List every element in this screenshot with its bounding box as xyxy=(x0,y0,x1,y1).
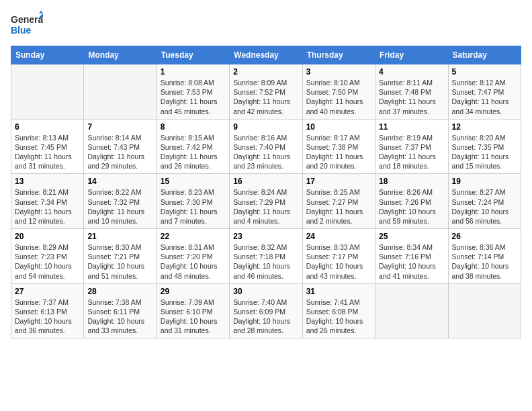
day-number: 7 xyxy=(87,122,152,132)
day-info: Sunrise: 8:15 AM Sunset: 7:42 PM Dayligh… xyxy=(161,133,226,171)
calendar-cell: 1Sunrise: 8:08 AM Sunset: 7:53 PM Daylig… xyxy=(157,64,229,120)
day-number: 5 xyxy=(452,67,517,77)
calendar-cell: 8Sunrise: 8:15 AM Sunset: 7:42 PM Daylig… xyxy=(157,119,229,174)
day-number: 23 xyxy=(233,232,298,241)
calendar-header-thursday: Thursday xyxy=(302,46,375,64)
svg-marker-2 xyxy=(39,11,43,13)
day-number: 1 xyxy=(161,67,226,77)
day-number: 15 xyxy=(161,177,226,186)
calendar-cell: 29Sunrise: 7:39 AM Sunset: 6:10 PM Dayli… xyxy=(157,283,229,338)
day-info: Sunrise: 8:26 AM Sunset: 7:26 PM Dayligh… xyxy=(379,187,444,226)
day-number: 14 xyxy=(87,177,152,186)
day-number: 18 xyxy=(379,177,444,186)
calendar-cell: 4Sunrise: 8:11 AM Sunset: 7:48 PM Daylig… xyxy=(375,64,448,120)
day-number: 25 xyxy=(379,232,444,241)
calendar-cell: 25Sunrise: 8:34 AM Sunset: 7:16 PM Dayli… xyxy=(375,229,448,284)
calendar-cell: 2Sunrise: 8:09 AM Sunset: 7:52 PM Daylig… xyxy=(230,64,302,120)
page-header: General Blue xyxy=(11,11,521,40)
calendar-week-1: 1Sunrise: 8:08 AM Sunset: 7:53 PM Daylig… xyxy=(11,64,521,120)
calendar-cell xyxy=(375,283,448,338)
calendar-week-5: 27Sunrise: 7:37 AM Sunset: 6:13 PM Dayli… xyxy=(11,283,521,338)
day-info: Sunrise: 8:13 AM Sunset: 7:45 PM Dayligh… xyxy=(15,133,80,171)
calendar-cell: 11Sunrise: 8:19 AM Sunset: 7:37 PM Dayli… xyxy=(375,119,448,174)
calendar-cell xyxy=(11,64,84,120)
day-number: 27 xyxy=(15,287,80,296)
day-info: Sunrise: 8:32 AM Sunset: 7:18 PM Dayligh… xyxy=(233,242,298,281)
calendar-cell: 6Sunrise: 8:13 AM Sunset: 7:45 PM Daylig… xyxy=(11,119,84,174)
calendar-cell xyxy=(84,64,157,120)
calendar-header-wednesday: Wednesday xyxy=(230,46,302,64)
day-info: Sunrise: 7:41 AM Sunset: 6:08 PM Dayligh… xyxy=(306,298,371,336)
day-info: Sunrise: 8:22 AM Sunset: 7:32 PM Dayligh… xyxy=(87,187,152,226)
day-info: Sunrise: 8:09 AM Sunset: 7:52 PM Dayligh… xyxy=(233,78,298,116)
calendar-cell: 3Sunrise: 8:10 AM Sunset: 7:50 PM Daylig… xyxy=(302,64,375,120)
day-info: Sunrise: 8:12 AM Sunset: 7:47 PM Dayligh… xyxy=(452,78,517,116)
calendar-cell: 16Sunrise: 8:24 AM Sunset: 7:29 PM Dayli… xyxy=(230,174,302,229)
day-number: 12 xyxy=(452,122,517,132)
day-number: 20 xyxy=(15,232,80,241)
day-info: Sunrise: 8:19 AM Sunset: 7:37 PM Dayligh… xyxy=(379,133,444,171)
day-info: Sunrise: 8:08 AM Sunset: 7:53 PM Dayligh… xyxy=(161,78,226,116)
calendar-cell: 15Sunrise: 8:23 AM Sunset: 7:30 PM Dayli… xyxy=(157,174,229,229)
day-info: Sunrise: 8:36 AM Sunset: 7:14 PM Dayligh… xyxy=(452,242,517,281)
svg-text:Blue: Blue xyxy=(11,25,32,36)
day-number: 24 xyxy=(306,232,371,241)
day-number: 16 xyxy=(233,177,298,186)
day-info: Sunrise: 8:16 AM Sunset: 7:40 PM Dayligh… xyxy=(233,133,298,171)
calendar-week-2: 6Sunrise: 8:13 AM Sunset: 7:45 PM Daylig… xyxy=(11,119,521,174)
calendar-cell: 27Sunrise: 7:37 AM Sunset: 6:13 PM Dayli… xyxy=(11,283,84,338)
day-number: 30 xyxy=(233,287,298,296)
calendar-cell: 12Sunrise: 8:20 AM Sunset: 7:35 PM Dayli… xyxy=(448,119,521,174)
calendar-cell: 22Sunrise: 8:31 AM Sunset: 7:20 PM Dayli… xyxy=(157,229,229,284)
day-info: Sunrise: 8:20 AM Sunset: 7:35 PM Dayligh… xyxy=(452,133,517,171)
day-info: Sunrise: 8:10 AM Sunset: 7:50 PM Dayligh… xyxy=(306,78,371,116)
day-number: 4 xyxy=(379,67,444,77)
day-info: Sunrise: 8:17 AM Sunset: 7:38 PM Dayligh… xyxy=(306,133,371,171)
day-number: 21 xyxy=(87,232,152,241)
day-info: Sunrise: 8:29 AM Sunset: 7:23 PM Dayligh… xyxy=(15,242,80,281)
day-info: Sunrise: 8:11 AM Sunset: 7:48 PM Dayligh… xyxy=(379,78,444,116)
day-number: 2 xyxy=(233,67,298,77)
day-number: 22 xyxy=(161,232,226,241)
calendar-cell: 28Sunrise: 7:38 AM Sunset: 6:11 PM Dayli… xyxy=(84,283,157,338)
day-info: Sunrise: 8:23 AM Sunset: 7:30 PM Dayligh… xyxy=(161,187,226,226)
day-number: 29 xyxy=(161,287,226,296)
calendar-cell: 13Sunrise: 8:21 AM Sunset: 7:34 PM Dayli… xyxy=(11,174,84,229)
calendar-cell: 21Sunrise: 8:30 AM Sunset: 7:21 PM Dayli… xyxy=(84,229,157,284)
svg-text:General: General xyxy=(11,14,43,25)
day-number: 17 xyxy=(306,177,371,186)
day-number: 28 xyxy=(87,287,152,296)
calendar-week-4: 20Sunrise: 8:29 AM Sunset: 7:23 PM Dayli… xyxy=(11,229,521,284)
day-info: Sunrise: 7:39 AM Sunset: 6:10 PM Dayligh… xyxy=(161,298,226,336)
day-info: Sunrise: 8:25 AM Sunset: 7:27 PM Dayligh… xyxy=(306,187,371,226)
calendar-cell: 26Sunrise: 8:36 AM Sunset: 7:14 PM Dayli… xyxy=(448,229,521,284)
day-info: Sunrise: 8:33 AM Sunset: 7:17 PM Dayligh… xyxy=(306,242,371,281)
calendar-header-monday: Monday xyxy=(84,46,157,64)
calendar-header-tuesday: Tuesday xyxy=(157,46,229,64)
calendar-header-sunday: Sunday xyxy=(11,46,84,64)
day-number: 19 xyxy=(452,177,517,186)
day-number: 31 xyxy=(306,287,371,296)
calendar-header-row: SundayMondayTuesdayWednesdayThursdayFrid… xyxy=(11,46,521,64)
day-info: Sunrise: 8:34 AM Sunset: 7:16 PM Dayligh… xyxy=(379,242,444,281)
logo-svg: General Blue xyxy=(11,11,43,40)
calendar-header-friday: Friday xyxy=(375,46,448,64)
calendar-cell xyxy=(448,283,521,338)
calendar-cell: 24Sunrise: 8:33 AM Sunset: 7:17 PM Dayli… xyxy=(302,229,375,284)
day-info: Sunrise: 8:14 AM Sunset: 7:43 PM Dayligh… xyxy=(87,133,152,171)
day-info: Sunrise: 8:31 AM Sunset: 7:20 PM Dayligh… xyxy=(161,242,226,281)
day-number: 26 xyxy=(452,232,517,241)
calendar-cell: 14Sunrise: 8:22 AM Sunset: 7:32 PM Dayli… xyxy=(84,174,157,229)
day-number: 8 xyxy=(161,122,226,132)
calendar-week-3: 13Sunrise: 8:21 AM Sunset: 7:34 PM Dayli… xyxy=(11,174,521,229)
day-info: Sunrise: 8:21 AM Sunset: 7:34 PM Dayligh… xyxy=(15,187,80,226)
day-number: 9 xyxy=(233,122,298,132)
calendar-cell: 30Sunrise: 7:40 AM Sunset: 6:09 PM Dayli… xyxy=(230,283,302,338)
calendar-cell: 18Sunrise: 8:26 AM Sunset: 7:26 PM Dayli… xyxy=(375,174,448,229)
calendar-cell: 17Sunrise: 8:25 AM Sunset: 7:27 PM Dayli… xyxy=(302,174,375,229)
logo: General Blue xyxy=(11,11,43,40)
calendar-cell: 23Sunrise: 8:32 AM Sunset: 7:18 PM Dayli… xyxy=(230,229,302,284)
day-info: Sunrise: 8:30 AM Sunset: 7:21 PM Dayligh… xyxy=(87,242,152,281)
day-number: 6 xyxy=(15,122,80,132)
day-number: 10 xyxy=(306,122,371,132)
